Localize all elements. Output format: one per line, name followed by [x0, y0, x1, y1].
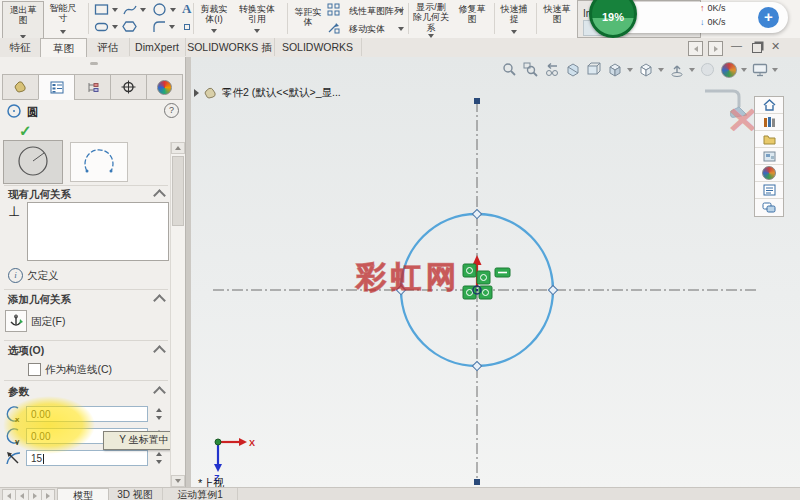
chevron-down-icon[interactable]: [398, 9, 404, 13]
smart-dimension-button[interactable]: 智能尺寸: [46, 3, 80, 34]
rapid-sketch-button[interactable]: 快速草图: [541, 4, 573, 25]
collapse-icon[interactable]: [153, 189, 166, 202]
view-palette-tab[interactable]: [755, 148, 783, 165]
chevron-down-icon[interactable]: [254, 29, 260, 33]
design-library-tab[interactable]: [755, 114, 783, 131]
panel-scrollbar[interactable]: [170, 142, 185, 487]
property-manager-tab[interactable]: [38, 74, 75, 100]
close-button[interactable]: ✕: [771, 40, 780, 53]
sketch-canvas[interactable]: [191, 57, 800, 487]
add-relations-header[interactable]: 添加几何关系: [8, 293, 71, 307]
display-manager-tab[interactable]: [146, 74, 183, 100]
scrollbar-thumb[interactable]: [172, 156, 184, 226]
tab-dimxpert[interactable]: DimXpert: [129, 38, 186, 56]
minimize-button[interactable]: —: [731, 39, 742, 51]
home-tab[interactable]: [755, 97, 783, 114]
dimxpert-manager-tab[interactable]: [110, 74, 147, 100]
center-x-field[interactable]: 0.00: [26, 406, 148, 422]
chevron-down-icon[interactable]: [211, 29, 217, 33]
last-tab-button[interactable]: [41, 489, 55, 500]
color-sphere-icon: [157, 80, 172, 95]
existing-relations-header[interactable]: 现有几何关系: [8, 188, 71, 202]
info-icon: i: [8, 268, 23, 283]
fix-relation-button[interactable]: [5, 310, 27, 332]
forum-tab[interactable]: [755, 199, 783, 216]
add-button[interactable]: +: [758, 7, 779, 28]
divider: [4, 340, 168, 341]
collapse-icon[interactable]: [153, 386, 166, 399]
appearances-tab[interactable]: [755, 165, 783, 182]
first-tab-button[interactable]: [2, 489, 16, 500]
relations-listbox[interactable]: [27, 202, 169, 261]
options-header[interactable]: 选项(O): [8, 344, 44, 358]
spline-tool-button[interactable]: [122, 3, 146, 16]
text-caret: [43, 454, 44, 464]
scroll-up-button[interactable]: [171, 142, 185, 154]
divider: [4, 185, 168, 186]
chevron-down-icon[interactable]: [140, 8, 146, 12]
tab-sw-mbd[interactable]: SOLIDWORKS MBD: [274, 38, 362, 56]
model-tab[interactable]: 模型: [57, 488, 109, 500]
command-manager-tabs: 特征 草图 评估 DimXpert SOLIDWORKS 插件 SOLIDWOR…: [0, 38, 800, 58]
text-tool-button[interactable]: A: [182, 1, 191, 17]
chevron-down-icon[interactable]: [398, 27, 404, 31]
circle-type-perimeter-button[interactable]: [70, 142, 128, 182]
parameters-header[interactable]: 参数: [8, 385, 29, 399]
radius-field[interactable]: 15: [26, 450, 148, 466]
linear-pattern-button[interactable]: 线性草图阵列: [349, 6, 403, 16]
quick-snaps-button[interactable]: 快速捕捉: [498, 4, 530, 34]
collapse-icon[interactable]: [153, 294, 166, 307]
linear-pattern-icon[interactable]: [327, 3, 341, 16]
feature-manager-tab[interactable]: [2, 74, 39, 100]
chevron-down-icon[interactable]: [169, 25, 175, 29]
divider: [408, 3, 409, 34]
custom-properties-tab[interactable]: [755, 182, 783, 199]
chevron-down-icon[interactable]: [112, 8, 118, 12]
center-x-spinner[interactable]: [152, 406, 165, 422]
restore-button[interactable]: [752, 43, 762, 53]
graphics-viewport[interactable]: 零件2 (默认<<默认>_显... ✕: [191, 57, 800, 487]
motion-study-tab[interactable]: 运动算例1: [163, 488, 238, 500]
tab-features[interactable]: 特征: [0, 38, 41, 56]
scroll-down-button[interactable]: [171, 475, 185, 487]
next-tab-button[interactable]: [28, 489, 42, 500]
help-icon[interactable]: ?: [164, 103, 179, 118]
circle-type-center-button[interactable]: [3, 140, 63, 184]
configuration-manager-tab[interactable]: [74, 74, 111, 100]
rectangle-tool-button[interactable]: [94, 3, 118, 16]
tab-evaluate[interactable]: 评估: [86, 38, 130, 56]
file-explorer-tab[interactable]: [755, 131, 783, 148]
chevron-down-icon[interactable]: [170, 8, 176, 12]
polygon-tool-button[interactable]: [122, 20, 137, 33]
down-arrow-icon: ↓: [700, 17, 705, 27]
fillet-tool-button[interactable]: [152, 20, 175, 33]
coordinate-triad: X Z: [196, 432, 260, 482]
prev-tab-button[interactable]: [15, 489, 29, 500]
tab-sketch[interactable]: 草图: [40, 38, 87, 58]
convert-entities-button[interactable]: 转换实体引用: [239, 4, 275, 33]
ok-check-icon[interactable]: ✓: [19, 122, 32, 140]
3d-views-tab[interactable]: 3D 视图: [108, 488, 163, 500]
move-entities-button[interactable]: 移动实体: [349, 24, 385, 34]
panel-splitter-handle[interactable]: [90, 62, 98, 65]
point-tool-button[interactable]: [184, 24, 190, 30]
exit-sketch-button[interactable]: 退出草图: [2, 1, 44, 42]
slot-tool-button[interactable]: [94, 20, 118, 33]
chevron-down-icon[interactable]: [112, 25, 118, 29]
repair-sketch-button[interactable]: 修复草图: [456, 4, 488, 25]
offset-entities-button[interactable]: 等距实体: [293, 7, 323, 28]
divider: [494, 3, 495, 34]
move-entities-icon[interactable]: [327, 22, 341, 34]
chevron-down-icon[interactable]: [60, 30, 66, 34]
trim-entities-button[interactable]: 剪裁实体(I): [197, 4, 231, 33]
tab-sw-addins[interactable]: SOLIDWORKS 插件: [185, 38, 275, 56]
chevron-down-icon[interactable]: [511, 30, 517, 34]
collapse-left-pane-button[interactable]: [688, 41, 703, 56]
collapse-right-pane-button[interactable]: [708, 41, 723, 56]
circle-tool-button[interactable]: [152, 2, 176, 17]
radius-spinner[interactable]: [152, 450, 165, 466]
construction-checkbox[interactable]: [28, 363, 41, 376]
display-delete-relations-button[interactable]: 显示/删除几何关系: [412, 2, 450, 38]
pm-title: 圆: [27, 105, 38, 120]
collapse-icon[interactable]: [153, 345, 166, 358]
